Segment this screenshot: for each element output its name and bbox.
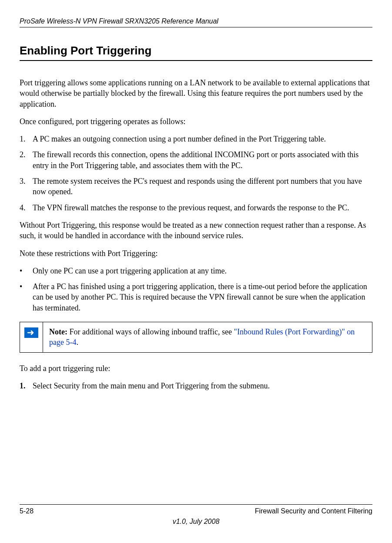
footer-version: v1.0, July 2008 [20, 518, 372, 526]
note-text-before: For additional ways of allowing inbound … [67, 327, 234, 336]
restrictions-list: • Only one PC can use a port triggering … [20, 266, 372, 313]
list-content: The firewall records this connection, op… [33, 149, 372, 171]
paragraph-intro: Port triggering allows some applications… [20, 78, 372, 109]
paragraph-restrictions: Note these restrictions with Port Trigge… [20, 248, 372, 259]
note-content: Note: For additional ways of allowing in… [43, 322, 372, 352]
arrow-icon [24, 327, 38, 338]
list-item: • Only one PC can use a port triggering … [20, 266, 372, 276]
step-content: Select Security from the main menu and P… [33, 381, 372, 391]
step-number: 1. [20, 381, 33, 391]
paragraph-to-add: To add a port triggering rule: [20, 363, 372, 374]
list-content: The remote system receives the PC's requ… [33, 176, 372, 197]
list-item: 4. The VPN firewall matches the response… [20, 202, 372, 213]
list-content: Only one PC can use a port triggering ap… [33, 266, 372, 276]
section-heading: Enabling Port Triggering [20, 44, 372, 57]
header-rule [20, 27, 372, 27]
list-item: • After a PC has finished using a port t… [20, 281, 372, 313]
paragraph-operation: Once configured, port triggering operate… [20, 116, 372, 127]
bullet-marker: • [20, 266, 33, 276]
header-title: ProSafe Wireless-N VPN Firewall SRXN3205… [20, 17, 372, 25]
list-number: 4. [20, 202, 33, 213]
footer: 5-28 Firewall Security and Content Filte… [20, 504, 372, 526]
list-item: 2. The firewall records this connection,… [20, 149, 372, 171]
page-number: 5-28 [20, 507, 34, 515]
list-item: 1. Select Security from the main menu an… [20, 381, 372, 391]
paragraph-without: Without Port Triggering, this response w… [20, 220, 372, 241]
list-item: 1. A PC makes an outgoing connection usi… [20, 134, 372, 144]
footer-line1: 5-28 Firewall Security and Content Filte… [20, 507, 372, 515]
note-text-after: . [76, 338, 78, 347]
footer-rule [20, 504, 372, 505]
list-number: 1. [20, 134, 33, 144]
list-number: 2. [20, 149, 33, 171]
operation-list: 1. A PC makes an outgoing connection usi… [20, 134, 372, 213]
list-item: 3. The remote system receives the PC's r… [20, 176, 372, 197]
note-icon-cell [20, 322, 43, 352]
list-content: A PC makes an outgoing connection using … [33, 134, 372, 144]
bullet-marker: • [20, 281, 33, 313]
list-content: After a PC has finished using a port tri… [33, 281, 372, 313]
section-name: Firewall Security and Content Filtering [255, 507, 372, 515]
list-number: 3. [20, 176, 33, 197]
list-content: The VPN firewall matches the response to… [33, 202, 372, 213]
section-rule [20, 60, 372, 61]
note-label: Note: [49, 327, 67, 336]
note-box: Note: For additional ways of allowing in… [20, 322, 372, 353]
steps-list: 1. Select Security from the main menu an… [20, 381, 372, 391]
